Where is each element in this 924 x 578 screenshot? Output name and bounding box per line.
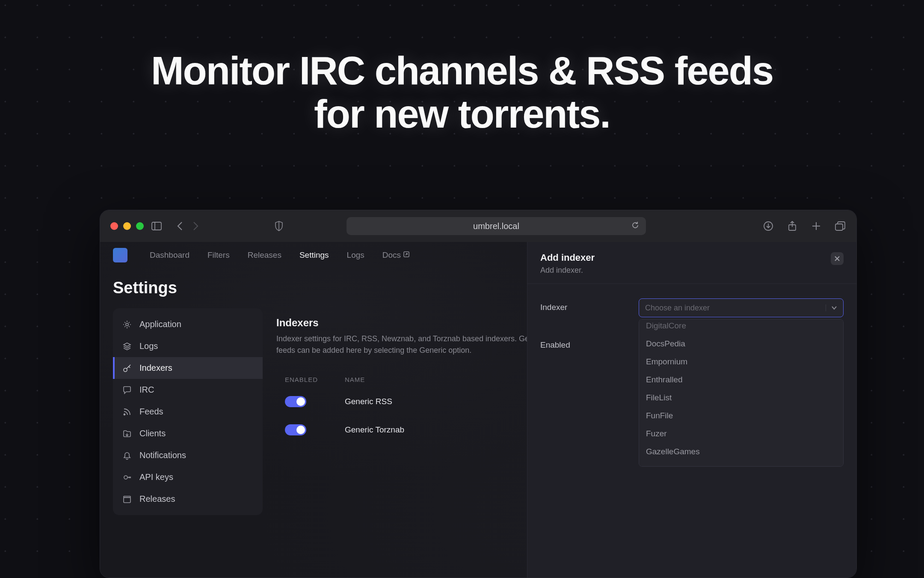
hero-headline: Monitor IRC channels & RSS feeds for new… (0, 0, 924, 136)
dropdown-option[interactable]: FunFile (639, 407, 843, 425)
browser-window: umbrel.local Dashboard Filters (100, 210, 857, 578)
col-name: NAME (345, 376, 365, 383)
svg-point-13 (124, 368, 127, 372)
modal-title: Add indexer (540, 252, 595, 263)
indexer-field-label: Indexer (540, 298, 630, 312)
key2-icon (122, 473, 132, 482)
maximize-window-button[interactable] (136, 222, 144, 230)
nav-settings[interactable]: Settings (299, 250, 329, 260)
downloads-icon[interactable] (762, 220, 774, 232)
close-window-button[interactable] (110, 222, 118, 230)
app-logo-icon[interactable] (113, 248, 127, 262)
add-indexer-modal: Add indexer Add indexer. Indexer (527, 242, 856, 578)
nav-forward-icon[interactable] (190, 220, 202, 232)
nav-logs[interactable]: Logs (347, 250, 364, 260)
sidebar-item-label: IRC (139, 385, 154, 395)
nav-back-icon[interactable] (174, 220, 186, 232)
nav-dashboard[interactable]: Dashboard (150, 250, 190, 260)
sidebar-item-application[interactable]: Application (113, 313, 263, 335)
indexers-description: Indexer settings for IRC, RSS, Newznab, … (276, 333, 559, 356)
sidebar-item-releases[interactable]: Releases (113, 488, 263, 510)
headline-line-2: for new torrents. (0, 92, 924, 136)
dropdown-option[interactable]: Empornium (639, 353, 843, 371)
dropdown-option[interactable]: DocsPedia (639, 335, 843, 353)
svg-point-11 (126, 323, 128, 326)
url-bar[interactable]: umbrel.local (346, 217, 646, 235)
minimize-window-button[interactable] (123, 222, 131, 230)
sidebar-item-label: Logs (139, 341, 158, 351)
svg-rect-23 (124, 496, 130, 498)
sidebar-item-indexers[interactable]: Indexers (113, 357, 263, 379)
sidebar-item-label: Clients (139, 429, 166, 438)
gear-icon (122, 320, 132, 329)
sidebar-item-label: Indexers (139, 363, 172, 373)
sidebar-item-api-keys[interactable]: API keys (113, 466, 263, 488)
external-link-icon (403, 251, 409, 259)
shield-icon[interactable] (273, 220, 285, 232)
browser-toolbar: umbrel.local (100, 210, 856, 242)
box-icon (122, 495, 132, 504)
enabled-toggle[interactable] (285, 424, 306, 435)
sidebar-item-label: API keys (139, 472, 173, 482)
headline-line-1: Monitor IRC channels & RSS feeds (0, 49, 924, 92)
svg-rect-22 (124, 498, 130, 503)
sidebar-item-irc[interactable]: IRC (113, 379, 263, 401)
settings-sidebar: ApplicationLogsIndexersIRCFeedsClientsNo… (113, 308, 263, 515)
bell-icon (122, 451, 132, 460)
nav-releases[interactable]: Releases (248, 250, 281, 260)
sidebar-item-label: Feeds (139, 407, 163, 417)
url-text: umbrel.local (473, 221, 519, 231)
chevron-down-icon (826, 304, 837, 311)
dropdown-option[interactable]: Enthralled (639, 371, 843, 389)
enabled-toggle[interactable] (285, 396, 306, 407)
dropdown-option[interactable]: GazelleGames (639, 443, 843, 461)
modal-subtitle: Add indexer. (540, 266, 595, 275)
col-enabled: ENABLED (285, 376, 319, 383)
svg-point-16 (124, 414, 125, 415)
nav-docs-label: Docs (382, 250, 401, 260)
sidebar-item-logs[interactable]: Logs (113, 335, 263, 357)
svg-rect-0 (152, 222, 161, 230)
key-icon (122, 363, 132, 373)
dropdown-option[interactable]: FileList (639, 389, 843, 407)
enabled-field-label: Enabled (540, 336, 630, 350)
window-controls (110, 222, 144, 230)
sidebar-item-label: Releases (139, 494, 175, 504)
dropdown-option[interactable]: Generic Newznab (639, 461, 843, 467)
dropdown-option[interactable]: Fuzer (639, 425, 843, 443)
indexer-select[interactable] (639, 298, 844, 317)
sidebar-item-label: Notifications (139, 450, 186, 460)
indexer-name: Generic RSS (345, 397, 392, 406)
chat-icon (122, 385, 132, 395)
rss-icon (122, 407, 132, 417)
stack-icon (122, 342, 132, 351)
indexer-dropdown[interactable]: DigitalCoreDocsPediaEmporniumEnthralledF… (639, 319, 844, 467)
svg-line-15 (129, 366, 130, 368)
svg-point-18 (124, 476, 127, 479)
nav-filters[interactable]: Filters (207, 250, 230, 260)
sidebar-item-label: Application (139, 319, 181, 329)
dropdown-option[interactable]: DigitalCore (639, 319, 843, 335)
indexer-name: Generic Torznab (345, 425, 404, 435)
nav-docs[interactable]: Docs (382, 250, 409, 260)
sidebar-item-clients[interactable]: Clients (113, 423, 263, 444)
folder-icon (122, 429, 132, 438)
sidebar-item-feeds[interactable]: Feeds (113, 401, 263, 423)
new-tab-icon[interactable] (810, 220, 822, 232)
close-modal-button[interactable] (831, 252, 844, 265)
sidebar-item-notifications[interactable]: Notifications (113, 444, 263, 466)
sidebar-toggle-icon[interactable] (151, 220, 163, 232)
app-content: Dashboard Filters Releases Settings Logs… (100, 242, 856, 578)
svg-rect-9 (835, 224, 843, 230)
indexer-select-input[interactable] (645, 304, 826, 313)
svg-marker-12 (124, 343, 130, 346)
tabs-icon[interactable] (834, 220, 846, 232)
reload-icon[interactable] (631, 221, 639, 231)
share-icon[interactable] (786, 220, 798, 232)
